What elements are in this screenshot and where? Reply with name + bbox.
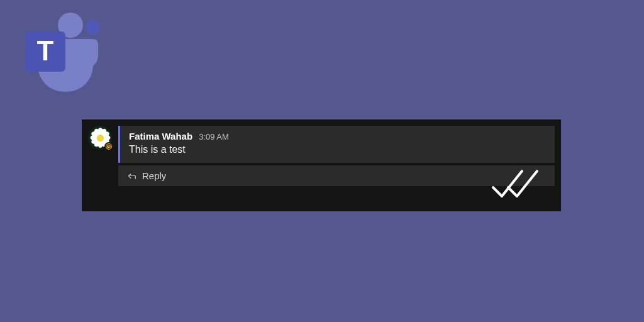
svg-point-0 — [58, 13, 83, 38]
message-row: Fatima Wahab 3:09 AM This is a test Repl… — [88, 126, 555, 186]
avatar[interactable] — [88, 126, 112, 150]
reply-label: Reply — [142, 170, 166, 181]
logo-letter: T — [37, 35, 54, 66]
svg-rect-2 — [25, 31, 65, 72]
teams-logo: T — [14, 9, 102, 97]
message-card: Fatima Wahab 3:09 AM This is a test Repl… — [82, 119, 561, 211]
author-name: Fatima Wahab — [129, 131, 192, 142]
message-body: Fatima Wahab 3:09 AM This is a test Repl… — [118, 126, 555, 186]
svg-point-1 — [86, 20, 101, 35]
reply-button[interactable]: Reply — [118, 165, 555, 186]
message-time: 3:09 AM — [199, 132, 229, 142]
message-bubble[interactable]: Fatima Wahab 3:09 AM This is a test — [118, 126, 555, 163]
message-header: Fatima Wahab 3:09 AM — [129, 131, 546, 142]
reply-icon — [127, 171, 137, 181]
message-text: This is a test — [129, 144, 546, 155]
presence-away-icon — [104, 142, 113, 151]
